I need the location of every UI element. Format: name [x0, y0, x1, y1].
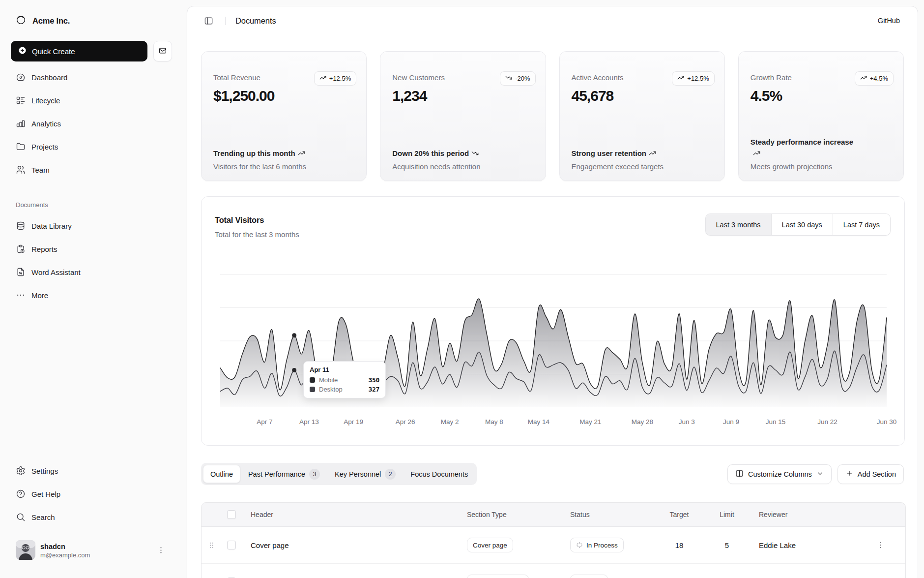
- brand[interactable]: Acme Inc.: [11, 12, 172, 30]
- select-all-checkbox[interactable]: [227, 510, 236, 519]
- column-header-header[interactable]: Header: [242, 511, 458, 518]
- tab-key-personnel[interactable]: Key Personnel2: [328, 465, 403, 483]
- x-tick-label: May 28: [632, 418, 653, 426]
- tab-focus-documents[interactable]: Focus Documents: [404, 465, 475, 483]
- stat-value: 1,234: [392, 88, 533, 104]
- sidebar-item-team[interactable]: Team: [11, 160, 172, 180]
- sidebar-item-label: Team: [31, 166, 50, 174]
- github-link[interactable]: GitHub: [878, 17, 900, 25]
- sidebar-item-word-assistant[interactable]: Word Assistant: [11, 262, 172, 282]
- sidebar-item-settings[interactable]: Settings: [11, 461, 172, 481]
- app: Acme Inc. Quick Create DashboardLifecycl…: [0, 0, 924, 578]
- cell-reviewer[interactable]: Eddie Lake: [750, 541, 856, 549]
- header-separator: [225, 17, 226, 25]
- cell-target[interactable]: 18: [655, 541, 704, 549]
- x-tick-label: Apr 19: [344, 418, 363, 426]
- inner-shadow-top-icon: [16, 15, 26, 25]
- sidebar-item-label: Get Help: [31, 490, 60, 498]
- sidebar-item-reports[interactable]: Reports: [11, 239, 172, 259]
- stat-card-new-customers: New Customers1,234-20%Down 20% this peri…: [380, 51, 546, 181]
- user-menu-dots-icon[interactable]: [157, 546, 165, 556]
- trending-up-icon: [677, 74, 684, 81]
- sidebar-item-get-help[interactable]: Get Help: [11, 484, 172, 504]
- trend-badge: +4.5%: [855, 71, 894, 86]
- stat-value: $1,250.00: [213, 88, 354, 104]
- active-dot-desktop: [292, 333, 296, 337]
- chevron-down-icon: [816, 470, 824, 479]
- stat-footnote: Strong user retention: [572, 148, 677, 159]
- sidebar-nav-footer: SettingsGet HelpSearch: [11, 461, 172, 527]
- user-avatar-image: [16, 540, 35, 560]
- trending-up-icon: [860, 74, 867, 81]
- dots-vertical-icon: [877, 541, 885, 549]
- stat-card-active-accounts: Active Accounts45,678+12.5%Strong user r…: [559, 51, 725, 181]
- tab-past-performance[interactable]: Past Performance3: [241, 465, 327, 483]
- stat-subtext: Acquisition needs attention: [392, 162, 533, 171]
- sidebar-item-label: Settings: [31, 467, 58, 475]
- stat-value: 45,678: [572, 88, 713, 104]
- x-tick-label: Apr 26: [396, 418, 415, 426]
- column-header-limit[interactable]: Limit: [704, 511, 750, 518]
- chart-bar-icon: [16, 119, 26, 128]
- row-menu-button[interactable]: [874, 538, 888, 552]
- sidebar: Acme Inc. Quick Create DashboardLifecycl…: [0, 0, 183, 578]
- sidebar-nav-main: DashboardLifecycleAnalyticsProjectsTeam: [11, 67, 172, 180]
- help-icon: [16, 489, 26, 499]
- mail-icon: [158, 46, 167, 57]
- table-actions: Customize Columns Add Section: [727, 464, 904, 484]
- inbox-button[interactable]: [153, 41, 172, 61]
- mail-icon: [158, 46, 167, 55]
- tooltip-row: Desktop327: [310, 386, 379, 393]
- tab-outline[interactable]: Outline: [203, 465, 240, 483]
- brand-name: Acme Inc.: [32, 16, 70, 26]
- column-header-reviewer[interactable]: Reviewer: [750, 511, 856, 518]
- stat-footnote: Down 20% this period: [392, 148, 498, 159]
- column-header-status[interactable]: Status: [561, 511, 655, 518]
- sidebar-item-analytics[interactable]: Analytics: [11, 114, 172, 133]
- sidebar-item-lifecycle[interactable]: Lifecycle: [11, 91, 172, 110]
- column-header-section-type[interactable]: Section Type: [458, 511, 561, 518]
- sidebar-item-dashboard[interactable]: Dashboard: [11, 67, 172, 87]
- row-checkbox[interactable]: [227, 541, 236, 549]
- trending-up-icon: [649, 150, 656, 157]
- sidebar-item-label: Analytics: [31, 120, 61, 128]
- trending-up-icon: [753, 150, 760, 157]
- customize-columns-button[interactable]: Customize Columns: [727, 464, 832, 484]
- sidebar-item-label: Data Library: [31, 222, 72, 230]
- sidebar-nav-documents: Data LibraryReportsWord AssistantMore: [11, 216, 172, 305]
- x-tick-label: Jun 30: [877, 418, 897, 426]
- sidebar-item-search[interactable]: Search: [11, 507, 172, 527]
- column-header-target[interactable]: Target: [655, 511, 704, 518]
- user-menu[interactable]: shadcn m@example.com: [11, 539, 172, 563]
- file-word-icon: [16, 267, 26, 277]
- settings-icon: [16, 466, 26, 476]
- cell-limit[interactable]: 5: [704, 541, 750, 549]
- active-dot-mobile: [292, 368, 296, 372]
- cell-header[interactable]: Cover page: [242, 541, 458, 549]
- sidebar-item-projects[interactable]: Projects: [11, 137, 172, 156]
- row-menu-button[interactable]: [874, 575, 888, 578]
- site-header: Documents GitHub: [187, 6, 918, 35]
- tooltip-row: Mobile350: [310, 376, 379, 384]
- add-section-button[interactable]: Add Section: [837, 464, 904, 484]
- x-tick-label: Jun 9: [723, 418, 739, 426]
- x-tick-label: May 2: [441, 418, 459, 426]
- section-type-badge: Cover page: [467, 538, 513, 552]
- quick-create-button[interactable]: Quick Create: [11, 41, 147, 61]
- user-avatar: [16, 540, 35, 562]
- stat-card-total-revenue: Total Revenue$1,250.00+12.5%Trending up …: [201, 51, 367, 181]
- layout-columns-icon: [735, 469, 744, 478]
- sidebar-toggle-button[interactable]: [204, 16, 213, 26]
- sidebar-item-label: Projects: [31, 143, 58, 151]
- area-chart[interactable]: Apr 7Apr 13Apr 19Apr 26May 2May 8May 14M…: [202, 197, 905, 446]
- dashboard-icon: [16, 72, 26, 82]
- sidebar-item-more[interactable]: More: [11, 285, 172, 305]
- dots-vertical-icon: [157, 546, 165, 554]
- sidebar-item-data-library[interactable]: Data Library: [11, 216, 172, 236]
- trend-badge: -20%: [500, 71, 535, 86]
- quick-create-row: Quick Create: [11, 41, 172, 61]
- sidebar-item-label: More: [31, 291, 48, 300]
- tab-count-badge: 3: [309, 469, 320, 480]
- drag-handle-icon[interactable]: [207, 541, 216, 549]
- report-icon: [16, 244, 26, 254]
